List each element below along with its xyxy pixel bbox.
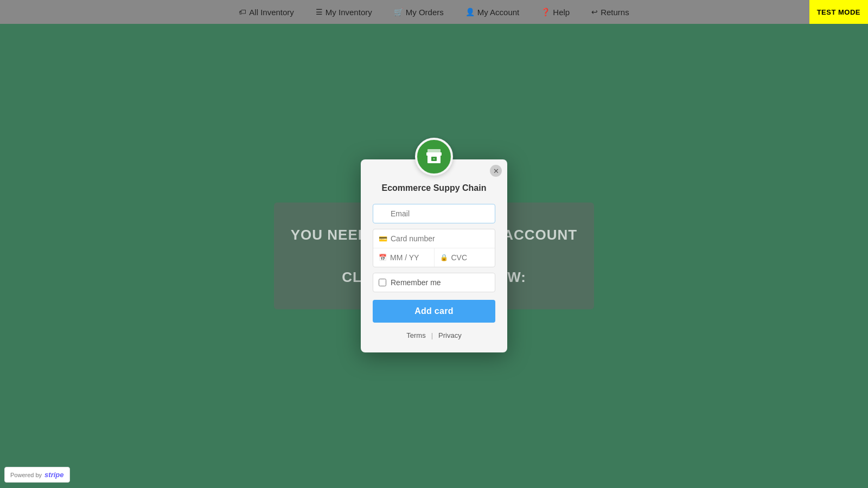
modal-close-button[interactable]: ✕ (490, 165, 502, 177)
user-icon: 👤 (465, 8, 475, 16)
card-number-input[interactable] (391, 234, 489, 243)
card-cvc-input[interactable] (451, 253, 490, 262)
email-input[interactable] (373, 204, 495, 223)
card-cvc-wrapper: 🔒 (435, 248, 495, 267)
svg-point-5 (433, 158, 435, 159)
card-bottom-row: 📅 🔒 (373, 248, 495, 267)
email-group: ✉ (373, 204, 495, 223)
returns-icon: ↩ (591, 8, 598, 16)
test-mode-badge: TEST MODE (809, 0, 868, 24)
modal-footer: Terms | Privacy (373, 331, 495, 339)
inventory-icon: 🏷 (239, 8, 246, 16)
nav-returns[interactable]: ↩ Returns (591, 8, 629, 17)
nav-links: 🏷 All Inventory ☰ My Inventory 🛒 My Orde… (239, 8, 629, 17)
remember-label[interactable]: Remember me (391, 278, 441, 287)
card-number-row: 💳 (373, 229, 495, 248)
svg-rect-4 (427, 149, 441, 153)
nav-my-orders[interactable]: 🛒 My Orders (394, 8, 444, 17)
card-group: 💳 📅 🔒 (373, 229, 495, 267)
footer-separator: | (431, 331, 433, 339)
nav-help[interactable]: ❓ Help (541, 8, 570, 17)
card-expiry-wrapper: 📅 (373, 248, 435, 267)
main-content: YOU NEED TO SET UP YOUR ACCOUNT FIRST. C… (0, 24, 868, 488)
cart-icon: 🛒 (394, 8, 403, 16)
terms-link[interactable]: Terms (406, 331, 425, 339)
privacy-link[interactable]: Privacy (438, 331, 462, 339)
modal-logo (415, 138, 453, 176)
modal-overlay: ✕ Ecommerce Suppy Chain ✉ 💳 📅 (0, 24, 868, 488)
payment-modal: ✕ Ecommerce Suppy Chain ✉ 💳 📅 (361, 159, 507, 352)
remember-checkbox[interactable] (379, 279, 386, 286)
modal-title: Ecommerce Suppy Chain (373, 183, 495, 193)
calendar-icon: 📅 (379, 254, 387, 261)
add-card-button[interactable]: Add card (373, 300, 495, 323)
email-wrapper: ✉ (373, 204, 495, 223)
nav-my-account[interactable]: 👤 My Account (465, 8, 520, 17)
powered-by-stripe: Powered by stripe (4, 467, 70, 483)
list-icon: ☰ (316, 8, 323, 16)
nav-all-inventory[interactable]: 🏷 All Inventory (239, 8, 294, 17)
logo-icon (422, 145, 446, 169)
powered-by-text: Powered by (10, 472, 42, 478)
card-icon: 💳 (379, 235, 387, 243)
stripe-logo: stripe (44, 471, 63, 479)
remember-wrapper: Remember me (373, 273, 495, 292)
card-expiry-input[interactable] (390, 253, 429, 262)
nav-my-inventory[interactable]: ☰ My Inventory (316, 8, 372, 17)
help-icon: ❓ (541, 8, 550, 16)
close-icon: ✕ (493, 167, 499, 175)
navbar: 🏷 All Inventory ☰ My Inventory 🛒 My Orde… (0, 0, 868, 24)
lock-icon: 🔒 (440, 254, 448, 261)
